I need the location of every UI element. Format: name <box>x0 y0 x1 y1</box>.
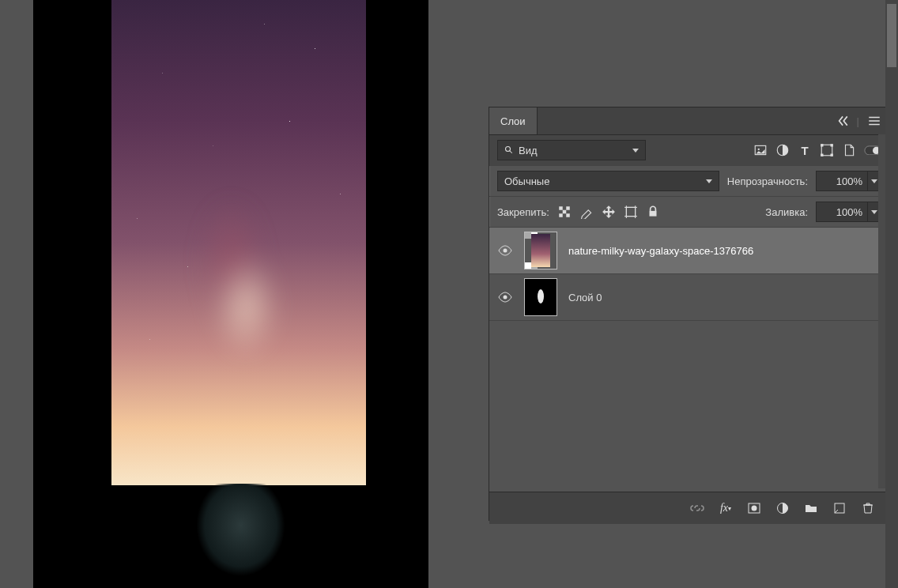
svg-rect-9 <box>831 154 833 156</box>
chevron-down-icon <box>706 179 712 183</box>
layers-list: nature-milky-way-galaxy-space-1376766 Сл… <box>489 228 889 492</box>
blend-mode-select[interactable]: Обычные <box>497 171 719 191</box>
svg-rect-30 <box>531 234 550 267</box>
tab-label: Слои <box>500 115 526 127</box>
opacity-value[interactable]: 100% <box>816 171 868 191</box>
svg-point-0 <box>506 147 511 152</box>
svg-rect-12 <box>559 206 563 210</box>
layer-mask-icon[interactable] <box>747 501 761 515</box>
layer-name[interactable]: nature-milky-way-galaxy-space-1376766 <box>568 245 753 257</box>
lock-label: Закрепить: <box>497 206 549 218</box>
filter-type-icon[interactable]: T <box>798 143 812 157</box>
filter-pixel-icon[interactable] <box>753 143 768 157</box>
layer-filter-row: Вид T <box>489 135 889 166</box>
svg-rect-14 <box>563 210 567 214</box>
document-image <box>111 0 366 485</box>
layer-thumbnail[interactable] <box>524 232 557 270</box>
svg-rect-7 <box>831 144 833 146</box>
fill-value[interactable]: 100% <box>816 202 868 222</box>
layer-style-icon[interactable]: fx▾ <box>719 501 733 515</box>
svg-rect-16 <box>566 213 570 217</box>
layer-row[interactable]: nature-milky-way-galaxy-space-1376766 <box>489 228 889 274</box>
layer-row[interactable]: Слой 0 <box>489 274 889 321</box>
svg-line-1 <box>510 151 512 153</box>
opacity-label: Непрозрачность: <box>727 175 808 187</box>
svg-rect-15 <box>559 213 563 217</box>
filter-kind-select[interactable]: Вид <box>497 140 646 160</box>
svg-rect-22 <box>649 211 656 217</box>
svg-rect-8 <box>821 154 823 156</box>
layers-panel: Слои | Вид T <box>489 107 890 521</box>
lock-paint-icon[interactable] <box>579 205 594 219</box>
filter-kind-value: Вид <box>519 145 538 156</box>
chevron-down-icon <box>632 149 639 153</box>
blend-opacity-row: Обычные Непрозрачность: 100% <box>489 166 889 197</box>
scrollbar-thumb[interactable] <box>887 4 896 67</box>
new-group-icon[interactable] <box>804 501 818 515</box>
search-icon <box>504 145 514 155</box>
lock-transparency-icon[interactable] <box>557 205 572 219</box>
tab-layers[interactable]: Слои <box>489 107 538 134</box>
layer-thumbnail[interactable] <box>524 278 557 316</box>
lock-all-icon[interactable] <box>646 205 660 219</box>
layer-visibility-toggle[interactable] <box>497 243 513 258</box>
fill-label: Заливка: <box>765 206 808 218</box>
link-layers-icon[interactable] <box>690 501 704 515</box>
lock-artboard-icon[interactable] <box>624 205 638 219</box>
filter-adjustment-icon[interactable] <box>775 143 790 157</box>
collapse-panel-icon[interactable] <box>835 114 849 128</box>
layer-name[interactable]: Слой 0 <box>568 292 602 303</box>
eye-icon <box>498 290 512 304</box>
svg-point-23 <box>504 249 507 253</box>
window-vertical-scrollbar[interactable] <box>885 0 898 588</box>
svg-rect-13 <box>566 206 570 210</box>
svg-rect-6 <box>821 144 823 146</box>
panel-menu-icon[interactable] <box>867 114 881 128</box>
new-layer-icon[interactable] <box>832 501 847 515</box>
filter-smartobject-icon[interactable] <box>842 143 856 157</box>
filter-shape-icon[interactable] <box>820 143 834 157</box>
adjustment-layer-icon[interactable] <box>775 501 790 515</box>
lower-layer-preview <box>183 484 298 588</box>
chevron-down-icon <box>871 210 877 214</box>
delete-layer-icon[interactable] <box>861 501 875 515</box>
chevron-down-icon <box>871 179 877 183</box>
svg-rect-25 <box>525 232 531 239</box>
layer-visibility-toggle[interactable] <box>497 290 513 304</box>
svg-rect-17 <box>626 207 635 216</box>
lock-position-icon[interactable] <box>602 205 616 219</box>
panel-tabbar: Слои | <box>489 107 889 135</box>
svg-point-33 <box>538 289 544 303</box>
blend-mode-value: Обычные <box>504 175 549 187</box>
svg-rect-27 <box>525 262 531 269</box>
eye-icon <box>498 243 512 258</box>
svg-point-35 <box>752 506 757 511</box>
canvas-area[interactable] <box>33 0 428 588</box>
svg-point-31 <box>504 296 507 300</box>
lock-fill-row: Закрепить: Заливка: 100% <box>489 197 889 228</box>
panel-footer: fx▾ <box>489 492 889 524</box>
svg-point-3 <box>758 149 760 150</box>
